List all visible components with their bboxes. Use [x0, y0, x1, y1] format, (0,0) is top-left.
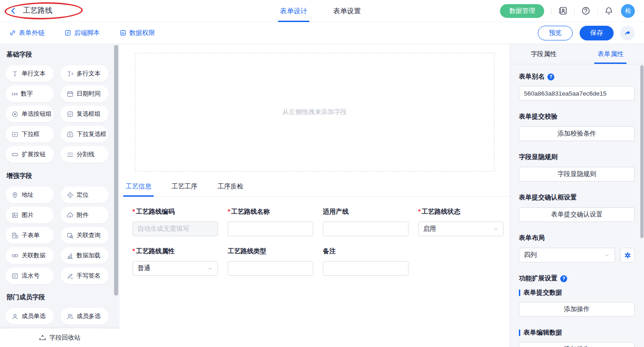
layout-gear-button[interactable] [620, 248, 635, 262]
help-badge-icon[interactable]: ? [560, 275, 567, 282]
form-field: 工艺路线类型 [228, 247, 313, 276]
avatar[interactable]: 检 [621, 4, 635, 18]
top-header: 工艺路线 表单设计表单设置 数据管理 检 [0, 0, 644, 22]
help-badge-icon[interactable]: ? [547, 74, 554, 80]
field-pill[interactable]: 多行文本 [61, 65, 109, 82]
form-field: *工艺路线属性普通 [132, 247, 218, 276]
header-tabs: 表单设计表单设置 [280, 0, 361, 22]
form-field-label: *工艺路线状态 [418, 208, 504, 216]
field-pill-label: 数字 [21, 90, 33, 98]
save-button[interactable]: 保存 [580, 26, 614, 40]
form-field-label: *工艺路线名称 [228, 208, 313, 216]
field-pill[interactable]: 地址 [6, 187, 54, 203]
canvas-tab-1[interactable]: 工艺工序 [169, 182, 200, 196]
field-pill-label: 下拉复选框 [77, 130, 107, 138]
toolbar-link-1[interactable]: 后端脚本 [64, 29, 100, 37]
help-icon[interactable] [581, 6, 590, 15]
field-pill-label: 关联查询 [77, 231, 101, 239]
field-pill[interactable]: 成员多选 [61, 308, 109, 324]
share-button[interactable] [620, 26, 635, 40]
preview-button[interactable]: 预览 [538, 26, 573, 40]
form-layout-row: 四列 [519, 248, 635, 262]
field-recycle-bin-button[interactable]: 字段回收站 [0, 329, 120, 347]
field-pill-label: 关联数据 [22, 251, 46, 260]
field-pill[interactable]: 子表单 [6, 227, 54, 244]
form-field: *工艺路线编码自动生成无需填写 [132, 208, 218, 236]
form-field-label: *工艺路线编码 [132, 208, 218, 216]
field-pill[interactable]: 数据加载 [61, 247, 109, 264]
panel-scrollbar[interactable] [640, 65, 644, 238]
field-pill-label: 下拉框 [22, 130, 40, 138]
field-pill[interactable]: 日期时间 [61, 85, 109, 102]
share-icon [624, 29, 631, 37]
member2-icon [67, 313, 74, 320]
bell-icon[interactable] [604, 6, 613, 15]
extension-settings-label: 功能扩展设置 [519, 274, 558, 283]
chevron-down-icon [207, 266, 213, 272]
form-field-select[interactable]: 普通 [132, 261, 218, 276]
sidebar-scrollbar[interactable] [114, 45, 118, 296]
sidebar-section-title: 部门成员字段 [6, 293, 109, 301]
extension-settings-section: 功能扩展设置 ? [519, 274, 635, 283]
visibility-rules-label: 字段显隐规则 [519, 153, 635, 161]
field-pill-label: 成员多选 [77, 312, 101, 320]
tab-field-properties[interactable]: 字段属性 [510, 44, 577, 64]
field-pill[interactable]: 图片 [6, 207, 54, 223]
dropzone[interactable]: 从左侧拖拽来添加字段 [135, 53, 494, 171]
data-manage-button[interactable]: 数据管理 [500, 4, 544, 18]
form-alias-input[interactable] [519, 86, 635, 101]
field-pill[interactable]: 下拉框 [6, 126, 54, 142]
toolbar-link-2[interactable]: 数据权限 [120, 29, 155, 37]
form-field-input[interactable] [228, 222, 313, 236]
field-pill[interactable]: 定位 [61, 187, 109, 203]
back-icon[interactable] [9, 7, 17, 15]
visibility-rules-button[interactable]: 字段显隐规则 [519, 167, 635, 182]
form-field: *工艺路线状态启用 [418, 208, 504, 236]
field-pill[interactable]: 成员单选 [6, 308, 54, 324]
form-field-input-disabled[interactable]: 自动生成无需填写 [132, 222, 218, 236]
add-validation-button[interactable]: 添加校验条件 [519, 126, 635, 141]
field-pill[interactable]: 复选框组 [61, 106, 109, 122]
toolbar-actions: 预览 保存 [538, 26, 635, 40]
field-pill[interactable]: 手写签名 [61, 267, 109, 284]
canvas-tab-2[interactable]: 工序质检 [215, 182, 246, 196]
canvas-tab-0[interactable]: 工艺信息 [123, 182, 154, 196]
field-pill[interactable]: 关联数据 [6, 247, 54, 264]
checkbox-icon [67, 111, 74, 118]
layout-select[interactable]: 四列 [519, 248, 615, 262]
contacts-icon[interactable] [558, 6, 567, 15]
form-field-input[interactable] [228, 261, 313, 276]
field-pill[interactable]: 流水号 [6, 267, 54, 284]
field-pill[interactable]: 单选按钮组 [6, 106, 54, 122]
form-canvas: 从左侧拖拽来添加字段 工艺信息工艺工序工序质检 *工艺路线编码自动生成无需填写*… [120, 44, 510, 347]
divider-icon [67, 151, 74, 158]
field-pill[interactable]: 单行文本 [6, 65, 54, 82]
field-pill[interactable]: 下拉复选框 [61, 126, 109, 142]
add-operation-submit-button[interactable]: 添加操作 [519, 302, 635, 317]
add-operation-edit-button[interactable]: 添加操作 [519, 342, 635, 347]
field-pill-label: 数据加载 [77, 251, 101, 260]
divider [597, 7, 598, 15]
subsection-edit-data: 表单编辑数据 [519, 329, 635, 337]
field-pill[interactable]: 扩展按钮 [6, 146, 54, 163]
confirm-settings-button[interactable]: 表单提交确认设置 [519, 207, 635, 222]
radio-icon [12, 111, 18, 118]
form-field-select[interactable]: 启用 [418, 222, 504, 236]
toolbar-link-0[interactable]: 表单外链 [9, 29, 45, 37]
field-pill[interactable]: 123数字 [6, 85, 54, 102]
form-toolbar: 表单外链后端脚本数据权限 预览 保存 [0, 22, 644, 44]
datetime-icon [67, 91, 74, 97]
form-field-input[interactable] [323, 222, 408, 236]
field-pill-label: 扩展按钮 [22, 150, 46, 159]
header-tab-1[interactable]: 表单设置 [333, 0, 361, 22]
header-tab-0[interactable]: 表单设计 [280, 0, 307, 22]
member1-icon [12, 313, 18, 320]
field-pill[interactable]: 关联查询 [61, 227, 109, 244]
field-pill[interactable]: 附件 [61, 207, 109, 223]
required-asterisk: * [132, 247, 135, 255]
form-field-input[interactable] [323, 261, 408, 276]
dropzone-hint: 从左侧拖拽来添加字段 [282, 108, 347, 116]
field-pill[interactable]: 分割线 [61, 146, 109, 163]
required-asterisk: * [228, 208, 230, 215]
tab-form-properties[interactable]: 表单属性 [577, 44, 644, 64]
